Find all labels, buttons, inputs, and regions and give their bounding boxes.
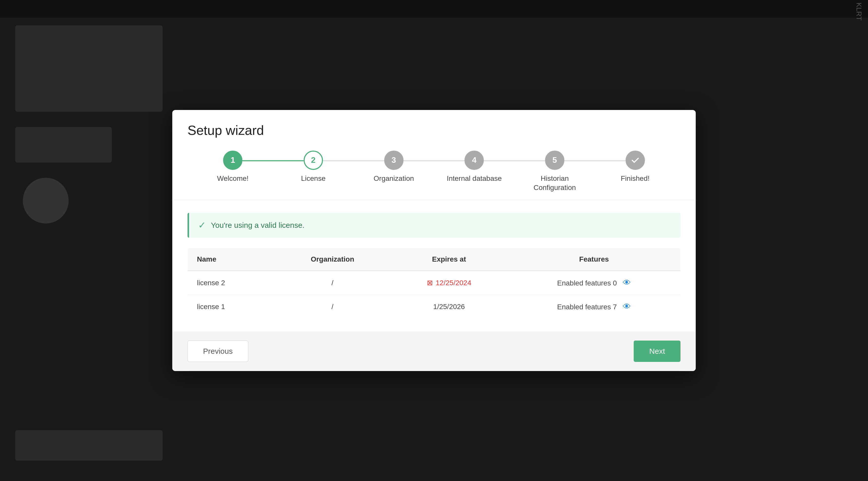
table-header-row: Name Organization Expires at Features xyxy=(188,248,680,271)
next-button[interactable]: Next xyxy=(634,341,680,362)
step-6-finished: Finished! xyxy=(595,151,675,183)
license-alert: ✓ You're using a valid license. xyxy=(188,213,680,238)
hourglass-icon: ⊠ xyxy=(427,279,433,287)
license-expires-1: ⊠ 12/25/2024 xyxy=(390,271,508,295)
setup-wizard-modal: Setup wizard 1 Welcome! 2 License 3 xyxy=(172,110,696,371)
license-features-2: Enabled features 7 👁 xyxy=(508,295,680,319)
view-license-2-icon[interactable]: 👁 xyxy=(623,302,631,311)
step-2-circle: 2 xyxy=(304,151,323,170)
step-1-circle: 1 xyxy=(223,151,242,170)
top-bar-label: KLRT xyxy=(855,3,863,21)
step-3-label: Organization xyxy=(374,174,414,183)
checkmark-icon: ✓ xyxy=(198,220,206,231)
col-features: Features xyxy=(508,248,680,271)
bg-panel-mid xyxy=(15,127,112,163)
modal-title: Setup wizard xyxy=(188,123,680,138)
step-2-license: 2 License xyxy=(273,151,354,183)
step-4-internal-database: 4 Internal database xyxy=(434,151,515,183)
bg-panel-bottom xyxy=(15,430,163,461)
step-4-circle: 4 xyxy=(464,151,484,170)
license-table: Name Organization Expires at Features li… xyxy=(188,248,680,319)
step-6-label: Finished! xyxy=(621,174,650,183)
step-1-welcome: 1 Welcome! xyxy=(193,151,273,183)
modal-body: ✓ You're using a valid license. Name Org… xyxy=(172,200,696,331)
col-expires-at: Expires at xyxy=(390,248,508,271)
step-5-historian: 5 HistorianConfiguration xyxy=(515,151,595,193)
step-1-label: Welcome! xyxy=(217,174,249,183)
step-2-label: License xyxy=(301,174,326,183)
table-row: license 1 / 1/25/2026 Enabled features 7… xyxy=(188,295,680,319)
bg-panel-top xyxy=(15,25,163,112)
top-bar: KLRT xyxy=(0,0,868,18)
expire-warning: ⊠ 12/25/2024 xyxy=(399,279,499,287)
modal-footer: Previous Next xyxy=(172,331,696,371)
view-license-1-icon[interactable]: 👁 xyxy=(623,278,631,287)
expire-date-1: 12/25/2024 xyxy=(436,279,471,287)
step-4-label: Internal database xyxy=(447,174,502,183)
previous-button[interactable]: Previous xyxy=(188,341,248,362)
step-3-organization: 3 Organization xyxy=(353,151,434,183)
license-org-2: / xyxy=(275,295,390,319)
step-5-label: HistorianConfiguration xyxy=(534,174,576,193)
license-name-1: license 2 xyxy=(188,271,275,295)
license-features-1: Enabled features 0 👁 xyxy=(508,271,680,295)
stepper: 1 Welcome! 2 License 3 Organization xyxy=(188,151,680,193)
step-5-circle: 5 xyxy=(545,151,564,170)
license-name-2: license 1 xyxy=(188,295,275,319)
col-name: Name xyxy=(188,248,275,271)
bg-circle xyxy=(23,178,69,223)
step-3-circle: 3 xyxy=(384,151,404,170)
step-6-circle xyxy=(626,151,645,170)
modal-overlay: Setup wizard 1 Welcome! 2 License 3 xyxy=(172,110,696,371)
table-row: license 2 / ⊠ 12/25/2024 Enabled feature… xyxy=(188,271,680,295)
license-org-1: / xyxy=(275,271,390,295)
modal-header: Setup wizard 1 Welcome! 2 License 3 xyxy=(172,110,696,200)
license-expires-2: 1/25/2026 xyxy=(390,295,508,319)
alert-text: You're using a valid license. xyxy=(211,221,304,230)
col-organization: Organization xyxy=(275,248,390,271)
